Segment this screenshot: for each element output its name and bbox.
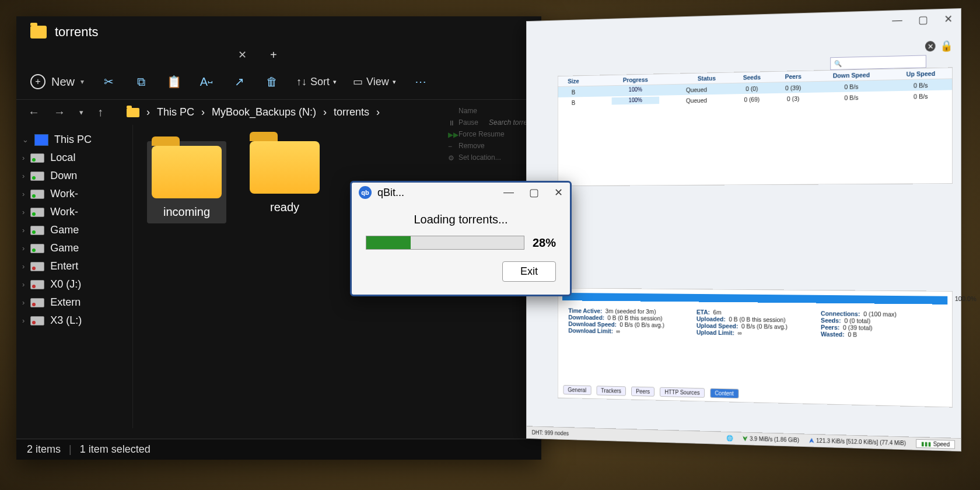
cut-icon[interactable]: ✂ [100, 74, 117, 90]
tree-item[interactable]: ›Down [20, 167, 129, 185]
pause-icon: ⏸ [448, 119, 455, 126]
loading-dialog: qb qBit... — ▢ ✕ Loading torrents... 28%… [350, 181, 572, 296]
tree-item[interactable]: ›X3 (L:) [20, 312, 129, 330]
folder-icon [250, 141, 320, 194]
minimize-button[interactable]: — [892, 14, 902, 27]
chevron-right-icon: › [22, 262, 24, 271]
tab-torrents[interactable]: ✕ [40, 48, 247, 61]
chevron-right-icon: › [376, 106, 380, 118]
chevron-down-icon: ⌄ [22, 135, 29, 144]
window-controls: — ▢ ✕ [892, 12, 953, 27]
folder-incoming[interactable]: incoming [147, 141, 226, 223]
drive-icon [30, 244, 44, 253]
exit-button[interactable]: Exit [502, 261, 556, 282]
clear-icon[interactable]: ✕ [925, 41, 936, 51]
tab-content[interactable]: Content [710, 388, 738, 399]
tree-item[interactable]: ›Entert [20, 257, 129, 275]
chevron-right-icon: › [22, 153, 24, 162]
breadcrumb-item[interactable]: MyBook_Backups (N:) [212, 106, 316, 118]
view-icon: ▭ [353, 75, 363, 88]
gear-icon: ⚙ [448, 154, 455, 161]
tab-peers[interactable]: Peers [631, 387, 654, 397]
tab-trackers[interactable]: Trackers [596, 386, 626, 396]
tree-item[interactable]: ›Work- [20, 185, 129, 203]
tree-item[interactable]: ›Work- [20, 203, 129, 221]
lock-icon[interactable]: 🔒 [940, 39, 953, 52]
status-bar: 2 items | 1 item selected [16, 439, 541, 460]
new-tab-button[interactable]: + [270, 48, 277, 62]
sort-icon: ↑↓ [296, 76, 307, 88]
col-size[interactable]: Size [558, 76, 589, 87]
chevron-right-icon: › [22, 190, 24, 198]
tab-general[interactable]: General [564, 385, 592, 395]
drive-icon [30, 262, 44, 271]
rename-icon[interactable]: Aꟷ [198, 74, 215, 90]
chevron-right-icon: › [22, 172, 24, 180]
detail-tabs: General Trackers Peers HTTP Sources Cont… [564, 385, 739, 398]
back-button[interactable]: ← [28, 106, 40, 119]
speed-button[interactable]: ▮▮▮ Speed [916, 439, 956, 449]
up-button[interactable]: ↑ [97, 106, 103, 119]
top-search-area: ✕ 🔒 [925, 39, 953, 52]
tree-item[interactable]: ›Game [20, 221, 129, 239]
transfer-list[interactable]: Size Progress Status Seeds Peers Down Sp… [558, 67, 953, 186]
chevron-right-icon: › [22, 244, 24, 253]
new-button[interactable]: + New ▾ [30, 74, 84, 89]
col-seeds[interactable]: Seeds [731, 72, 773, 83]
chevron-down-icon[interactable]: ▾ [79, 108, 83, 117]
tree-item[interactable]: ›X0 (J:) [20, 275, 129, 293]
delete-icon[interactable]: 🗑 [264, 74, 280, 90]
paste-icon[interactable]: 📋 [166, 74, 182, 90]
tab-http-sources[interactable]: HTTP Sources [660, 387, 705, 398]
tree-item[interactable]: ›Local [20, 149, 129, 167]
chevron-right-icon: › [22, 280, 24, 289]
close-button[interactable]: ✕ [554, 186, 563, 199]
more-icon[interactable]: ⋯ [412, 74, 429, 90]
breadcrumb[interactable]: › This PC › MyBook_Backups (N:) › torren… [127, 106, 380, 118]
chevron-right-icon: › [146, 106, 150, 118]
drive-icon [30, 172, 44, 181]
forward-button[interactable]: → [54, 106, 65, 119]
progress-fill [366, 236, 411, 249]
tree-item[interactable]: ›Extern [20, 293, 129, 312]
play-icon: ▶▶ [448, 131, 455, 138]
minimize-button[interactable]: — [503, 186, 514, 199]
progress-bar: 100% [612, 86, 660, 94]
down-arrow-icon: ⮟ [743, 435, 748, 442]
view-button[interactable]: ▭ View ▾ [353, 75, 396, 88]
progress-bar [366, 236, 524, 250]
download-speed: 3.9 MiB/s (1.86 GiB) [750, 436, 799, 443]
close-button[interactable]: ✕ [944, 12, 953, 25]
breadcrumb-item[interactable]: torrents [334, 106, 369, 118]
copy-icon[interactable]: ⧉ [133, 74, 149, 90]
bars-icon: ▮▮▮ [921, 440, 932, 447]
close-tab-icon[interactable]: ✕ [238, 48, 247, 61]
breadcrumb-item[interactable]: This PC [157, 106, 194, 118]
folder-icon [30, 26, 47, 38]
maximize-button[interactable]: ▢ [529, 186, 539, 199]
chevron-right-icon: › [323, 106, 327, 118]
plus-icon: + [30, 74, 46, 89]
sort-button[interactable]: ↑↓ Sort ▾ [296, 76, 337, 88]
tree-root-this-pc[interactable]: ⌄This PC [20, 131, 129, 149]
maximize-button[interactable]: ▢ [918, 13, 928, 26]
share-icon[interactable]: ↗ [231, 74, 247, 90]
col-peers[interactable]: Peers [773, 71, 813, 83]
tree-item[interactable]: ›Game [20, 239, 129, 257]
dht-status: DHT: 999 nodes [532, 429, 569, 436]
chevron-right-icon: › [22, 298, 24, 307]
tab-strip: ✕ + [16, 42, 541, 68]
dialog-titlebar: qb qBit... — ▢ ✕ [352, 183, 570, 202]
folder-ready[interactable]: ready [250, 141, 320, 214]
col-up-speed[interactable]: Up Speed [890, 68, 952, 80]
upload-speed: 121.3 KiB/s [512.0 KiB/s] (77.4 MiB) [816, 438, 906, 446]
col-status[interactable]: Status [682, 73, 730, 85]
tag-icon [448, 107, 455, 114]
chevron-down-icon: ▾ [80, 78, 84, 86]
drive-icon [30, 226, 44, 235]
selection-count: 1 item selected [80, 443, 150, 456]
folder-icon [127, 108, 139, 117]
folder-icon [152, 146, 222, 198]
chevron-right-icon: › [22, 316, 24, 325]
drive-icon [30, 208, 44, 217]
